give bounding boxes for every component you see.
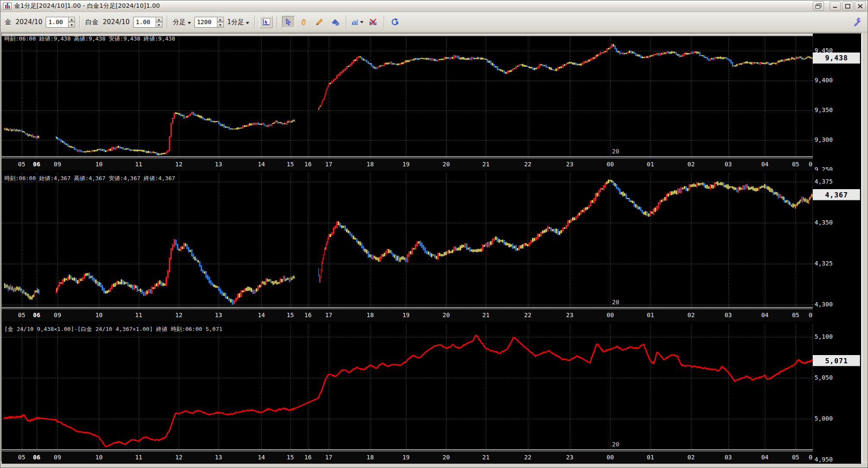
candle: [664, 53, 666, 54]
time-axis-label: 10: [95, 312, 103, 318]
pan-hand-tool-button[interactable]: [298, 16, 310, 28]
spread-plot[interactable]: 20: [2, 324, 815, 450]
candle: [738, 64, 739, 65]
candle: [450, 57, 451, 59]
time-axis-label: 00: [607, 161, 614, 168]
interval-dropdown[interactable]: 1分足: [227, 18, 250, 26]
gold-plot[interactable]: 20: [2, 34, 815, 157]
candle: [476, 58, 477, 59]
candle: [671, 191, 672, 195]
candle: [598, 54, 599, 56]
cascade-windows-button[interactable]: [813, 1, 824, 11]
bar-count-down-icon[interactable]: ▼: [217, 22, 224, 28]
candle: [18, 287, 19, 291]
candle: [25, 132, 25, 133]
platinum-contract-month[interactable]: 2024/10: [103, 18, 129, 26]
candle: [800, 56, 800, 58]
candle: [166, 152, 167, 154]
spread-chart-panel[interactable]: 20 [金 24/10 9,438×1.00]-[白金 24/10 4,367×…: [2, 324, 861, 464]
candle: [398, 63, 399, 65]
candle: [642, 210, 643, 213]
candle: [164, 284, 165, 286]
platinum-ratio-spinner[interactable]: 1.00 ▲▼: [133, 17, 163, 28]
candle: [318, 108, 319, 110]
candle: [87, 150, 88, 152]
candle: [223, 124, 225, 128]
close-button[interactable]: [855, 1, 866, 11]
candle: [167, 270, 169, 278]
draw-line-tool-button[interactable]: [313, 16, 326, 28]
candle: [490, 241, 492, 245]
candle: [639, 54, 640, 56]
platinum-ratio-down-icon[interactable]: ▼: [156, 22, 163, 28]
candle: [669, 192, 671, 196]
candle: [26, 134, 27, 135]
gold-contract-month[interactable]: 2024/10: [16, 18, 42, 26]
candle: [4, 283, 5, 288]
candle: [532, 238, 533, 242]
candle: [684, 53, 685, 56]
gold-ratio-up-icon[interactable]: ▲: [68, 17, 75, 22]
chart-type-button[interactable]: [351, 16, 364, 28]
candle: [156, 152, 157, 155]
candle: [119, 146, 121, 148]
candle: [613, 44, 614, 47]
time-axis-label: 13: [215, 312, 222, 318]
marker-crosshair-tool-button[interactable]: [329, 16, 342, 28]
candle: [391, 62, 392, 65]
time-axis-label: 21: [482, 312, 489, 318]
candle: [807, 199, 808, 203]
candle: [124, 281, 125, 284]
gold-ratio-spinner[interactable]: 1.00 ▲▼: [46, 17, 75, 28]
gold-chart-panel[interactable]: 20 時刻:06:00 始値:9,438 高値:9,438 安値:9,438 終…: [2, 34, 861, 171]
candle: [775, 192, 776, 194]
candle: [757, 188, 758, 191]
candle: [127, 282, 128, 286]
candle: [705, 185, 706, 188]
platinum-ratio-value[interactable]: 1.00: [133, 17, 156, 28]
candle: [505, 242, 507, 246]
bar-count-value[interactable]: 1200: [194, 17, 217, 28]
title-bar[interactable]: 金1分足[2024/10]1.00 - 白金1分足[2024/10]1.00: [0, 0, 868, 12]
minimize-button[interactable]: [830, 1, 841, 11]
gold-ratio-value[interactable]: 1.00: [46, 17, 68, 28]
candle: [663, 198, 664, 201]
candle: [696, 182, 698, 187]
candle: [723, 183, 724, 187]
candle: [24, 131, 25, 133]
candle: [140, 289, 141, 293]
candle: [16, 129, 16, 131]
candle: [88, 273, 90, 279]
candle: [16, 287, 17, 290]
candle: [78, 278, 80, 283]
platinum-ratio-up-icon[interactable]: ▲: [156, 17, 163, 22]
candle: [716, 182, 717, 184]
candle: [177, 113, 178, 114]
bar-count-spinner[interactable]: 1200 ▲▼: [194, 17, 224, 28]
candle: [151, 152, 153, 153]
candle: [36, 136, 37, 139]
remove-chart-button[interactable]: [367, 16, 379, 28]
candle: [799, 200, 800, 204]
candle: [789, 59, 790, 61]
platinum-plot[interactable]: 20: [2, 173, 815, 308]
candle: [193, 254, 194, 259]
candle: [336, 75, 338, 79]
candle: [502, 240, 503, 242]
candle: [777, 62, 777, 65]
settings-wrench-button[interactable]: [851, 16, 864, 28]
axis-pointer-tool-button[interactable]: [260, 16, 273, 28]
bar-count-up-icon[interactable]: ▲: [217, 17, 224, 22]
select-arrow-tool-button[interactable]: [282, 16, 295, 28]
candle: [263, 123, 264, 125]
maximize-button[interactable]: [842, 1, 853, 11]
refresh-button[interactable]: R: [389, 16, 402, 28]
platinum-chart-panel[interactable]: 20 時刻:06:00 始値:4,367 高値:4,367 安値:4,367 終…: [2, 173, 861, 321]
candle: [742, 62, 743, 65]
candle: [335, 78, 336, 80]
candle: [95, 150, 97, 151]
candle: [755, 188, 757, 192]
candle: [19, 288, 19, 290]
bar-type-dropdown[interactable]: 分足: [173, 18, 191, 26]
gold-ratio-down-icon[interactable]: ▼: [68, 22, 75, 28]
